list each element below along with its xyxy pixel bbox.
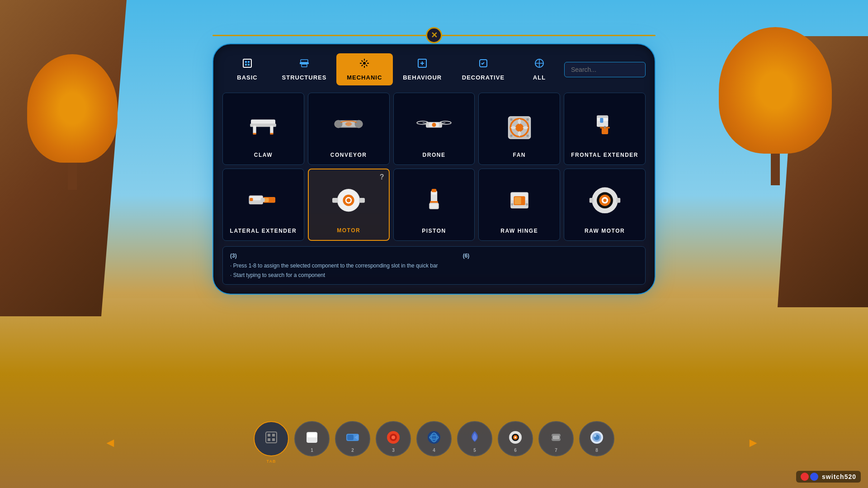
tab-all-label: ALL: [533, 74, 546, 81]
quickbar-slot-8[interactable]: 8: [579, 421, 614, 456]
motor-question-mark: ?: [380, 173, 384, 181]
svg-rect-50: [250, 197, 253, 201]
quickbar-slot-3[interactable]: 3: [376, 421, 411, 456]
svg-point-33: [515, 123, 524, 131]
info-bar: (3) (6) · Press 1-8 to assign the select…: [222, 246, 646, 285]
items-grid: CLAW CONVEYOR: [222, 93, 646, 241]
svg-rect-14: [253, 126, 256, 134]
svg-rect-79: [272, 434, 275, 436]
grid-item-drone[interactable]: DRONE: [393, 93, 475, 165]
svg-rect-100: [552, 436, 560, 439]
lateral-extender-label: LATERAL EXTENDER: [230, 228, 297, 234]
slot-7-icon: [548, 429, 564, 449]
svg-rect-40: [597, 115, 608, 117]
tree-left: [27, 54, 118, 190]
raw-hinge-label: RAW HINGE: [500, 228, 538, 234]
tree-trunk-right: [771, 154, 780, 185]
slot-5-number: 5: [473, 448, 476, 453]
svg-rect-49: [261, 197, 265, 202]
slot-3-number: 3: [392, 448, 395, 453]
svg-rect-7: [302, 64, 307, 67]
quickbar-slot-2[interactable]: 2: [335, 421, 370, 456]
quickbar-arrow-right: ►: [747, 436, 760, 450]
raw-motor-label: RAW MOTOR: [585, 228, 625, 234]
tab-icon-qb: [264, 430, 278, 448]
svg-rect-43: [604, 126, 606, 128]
svg-rect-81: [272, 438, 275, 441]
quickbar-tab-button[interactable]: TAB: [254, 421, 289, 456]
grid-item-frontal-extender[interactable]: FRONTAL EXTENDER: [564, 93, 646, 165]
svg-point-22: [345, 122, 352, 126]
slot-6-icon: [507, 429, 524, 449]
svg-rect-6: [301, 60, 308, 62]
watermark: switch520: [796, 471, 861, 483]
raw-motor-icon: [568, 174, 642, 224]
tab-mechanic[interactable]: MECHANIC: [336, 53, 393, 85]
tabs-row: BASIC STRUCTURES MECHANIC BEHAVIOUR: [222, 53, 646, 85]
raw-hinge-icon: [482, 174, 556, 224]
search-input[interactable]: [564, 62, 646, 77]
grid-item-fan[interactable]: FAN: [478, 93, 560, 165]
main-panel: BASIC STRUCTURES MECHANIC BEHAVIOUR: [212, 43, 656, 295]
piston-icon: [397, 174, 471, 224]
grid-item-motor[interactable]: ? MOTOR: [308, 169, 390, 241]
grid-item-raw-motor[interactable]: RAW MOTOR: [564, 169, 646, 241]
tab-behaviour-label: BEHAVIOUR: [403, 74, 442, 81]
grid-item-conveyor[interactable]: CONVEYOR: [308, 93, 390, 165]
top-bar: ✕: [212, 27, 656, 43]
svg-point-90: [429, 433, 439, 442]
piston-label: PISTON: [422, 228, 446, 234]
svg-rect-85: [347, 435, 354, 440]
svg-rect-57: [359, 197, 365, 202]
mechanic-icon: [359, 58, 370, 71]
close-button[interactable]: ✕: [426, 27, 442, 43]
slot-7-number: 7: [555, 448, 557, 453]
svg-rect-16: [253, 133, 256, 135]
grid-item-raw-hinge[interactable]: RAW HINGE: [478, 169, 560, 241]
quickbar-slot-1[interactable]: 1: [294, 421, 330, 456]
quickbar-slot-4[interactable]: 4: [416, 421, 452, 456]
svg-point-20: [335, 120, 343, 128]
all-icon: [534, 58, 545, 71]
tree-right: [719, 27, 832, 185]
motor-icon: [312, 175, 385, 224]
quickbar-slot-6[interactable]: 6: [498, 421, 533, 456]
svg-rect-63: [432, 189, 437, 192]
tip-1: · Press 1-8 to assign the selected compo…: [230, 261, 638, 270]
tab-behaviour[interactable]: BEHAVIOUR: [393, 53, 452, 85]
svg-point-27: [432, 122, 436, 127]
fan-icon: [482, 99, 556, 148]
switch-btn-blue: [810, 473, 818, 481]
svg-rect-41: [601, 127, 608, 134]
drone-label: DRONE: [423, 152, 446, 158]
fan-label: FAN: [513, 152, 526, 158]
slot-3-icon: [385, 429, 401, 449]
switch-btn-red: [801, 473, 809, 481]
svg-point-21: [355, 120, 363, 128]
tree-trunk-left: [68, 163, 77, 190]
grid-item-claw[interactable]: CLAW: [222, 93, 304, 165]
slot-8-number: 8: [595, 448, 598, 453]
svg-rect-77: [266, 432, 277, 443]
claw-icon: [226, 99, 300, 148]
top-line-right: [440, 35, 656, 36]
behaviour-icon: [417, 58, 428, 71]
decorative-icon: [478, 58, 489, 71]
svg-point-55: [347, 198, 351, 202]
svg-rect-83: [307, 433, 317, 437]
tab-decorative[interactable]: DECORATIVE: [452, 53, 514, 85]
svg-point-74: [603, 198, 606, 202]
svg-point-34: [510, 118, 512, 120]
counter-left: (3): [230, 251, 237, 260]
tab-all[interactable]: ALL: [514, 53, 564, 85]
svg-rect-76: [616, 197, 620, 202]
tree-foliage-left: [27, 54, 118, 163]
frontal-extender-label: FRONTAL EXTENDER: [571, 152, 638, 158]
quickbar-slot-5[interactable]: 5: [457, 421, 492, 456]
grid-item-lateral-extender[interactable]: LATERAL EXTENDER: [222, 169, 304, 241]
svg-rect-3: [245, 64, 247, 66]
tab-basic[interactable]: BASIC: [222, 53, 272, 85]
tab-structures[interactable]: STRUCTURES: [272, 53, 336, 85]
quickbar-slot-7[interactable]: 7: [538, 421, 574, 456]
grid-item-piston[interactable]: PISTON: [393, 169, 475, 241]
